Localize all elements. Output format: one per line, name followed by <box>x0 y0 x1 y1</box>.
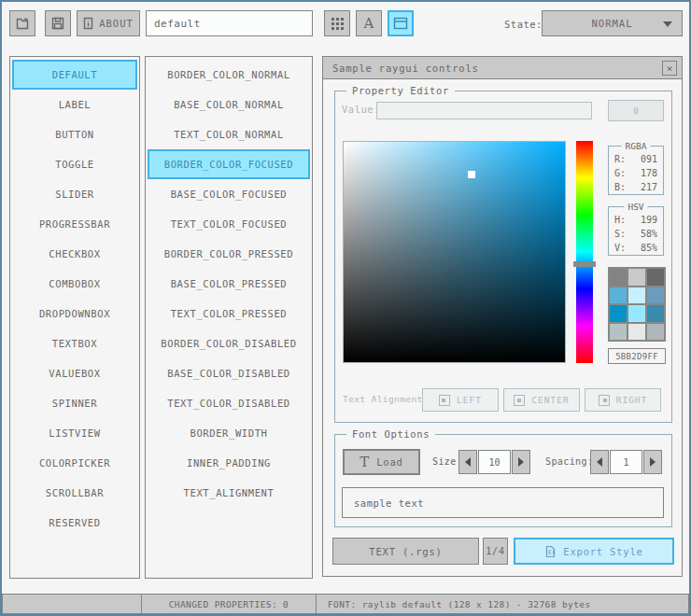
list-item[interactable]: SLIDER <box>12 179 137 209</box>
style-color-swatch[interactable] <box>628 305 645 322</box>
font-info-text: FONT: raylib default (128 x 128) - 32768… <box>328 599 591 609</box>
list-item[interactable]: BASE_COLOR_DISABLED <box>148 358 310 388</box>
value-button[interactable]: 0 <box>608 100 664 121</box>
floppy-disk-icon <box>50 16 65 31</box>
list-item[interactable]: BASE_COLOR_PRESSED <box>148 269 310 299</box>
align-left-button[interactable]: LEFT <box>422 388 499 412</box>
export-format-label: TEXT (.rgs) <box>369 546 442 557</box>
color-picker-cursor[interactable] <box>468 171 475 178</box>
list-item[interactable]: INNER_PADDING <box>148 448 310 478</box>
style-name-input[interactable] <box>146 10 313 36</box>
v-value: 85% <box>641 241 657 255</box>
rgba-title: RGBA <box>622 141 651 151</box>
close-icon: × <box>667 63 673 75</box>
style-color-swatch[interactable] <box>647 269 664 286</box>
list-item[interactable]: TEXT_COLOR_DISABLED <box>148 388 310 418</box>
statusbar-font-info: FONT: raylib default (128 x 128) - 32768… <box>316 594 689 614</box>
statusbar-changed-properties: CHANGED PROPERTIES: 0 <box>141 594 317 614</box>
window-titlebar[interactable]: Sample raygui controls <box>323 57 682 79</box>
style-color-swatch[interactable] <box>628 287 645 304</box>
list-item[interactable]: TEXTBOX <box>12 329 137 358</box>
style-color-swatch[interactable] <box>647 287 664 304</box>
color-picker-square[interactable] <box>343 141 566 363</box>
list-item[interactable]: BASE_COLOR_NORMAL <box>148 90 310 119</box>
save-style-button[interactable] <box>45 10 71 36</box>
list-item[interactable]: BASE_COLOR_FOCUSED <box>148 179 310 209</box>
list-item[interactable]: SCROLLBAR <box>12 478 137 508</box>
rgba-row-b: B: 217 <box>609 180 663 194</box>
style-color-swatch[interactable] <box>610 305 627 322</box>
list-item[interactable]: COMBOBOX <box>12 269 137 299</box>
export-format-button[interactable]: TEXT (.rgs) <box>332 538 479 565</box>
style-color-swatch[interactable] <box>610 269 627 286</box>
window-icon <box>393 17 408 30</box>
b-label: B: <box>614 180 626 194</box>
list-item[interactable]: TEXT_COLOR_PRESSED <box>148 299 310 329</box>
align-center-label: CENTER <box>531 395 569 405</box>
tab-font-atlas[interactable]: A <box>356 10 382 36</box>
spacing-value[interactable]: 1 <box>610 450 642 474</box>
load-font-button[interactable]: T Load <box>343 449 420 475</box>
list-item[interactable]: VALUEBOX <box>12 358 137 388</box>
align-center-button[interactable]: CENTER <box>503 388 580 412</box>
align-right-button[interactable]: RIGHT <box>585 388 661 412</box>
list-item[interactable]: BORDER_COLOR_DISABLED <box>148 329 310 358</box>
spacing-decrement-button[interactable] <box>590 450 609 474</box>
tab-style-table[interactable] <box>324 10 350 36</box>
list-item[interactable]: BUTTON <box>12 119 137 149</box>
load-font-label: Load <box>376 456 403 468</box>
list-item[interactable]: TEXT_COLOR_NORMAL <box>148 119 310 149</box>
property-editor-title: Property Editor <box>346 85 455 96</box>
open-style-button[interactable] <box>9 10 35 36</box>
tab-controls-panel[interactable] <box>388 10 414 36</box>
list-item[interactable]: TOGGLE <box>12 149 137 179</box>
style-color-swatch[interactable] <box>610 287 627 304</box>
style-color-swatch[interactable] <box>628 269 645 286</box>
list-item[interactable]: DEFAULT <box>12 60 137 90</box>
size-increment-button[interactable] <box>512 450 530 474</box>
controls-listview: DEFAULTLABELBUTTONTOGGLESLIDERPROGRESSBA… <box>9 56 140 579</box>
rgba-group: RGBA R: 091 G: 178 B: 217 <box>608 146 664 195</box>
list-item[interactable]: COLORPICKER <box>12 448 137 478</box>
list-item[interactable]: BORDER_COLOR_PRESSED <box>148 239 310 269</box>
list-item[interactable]: DROPDOWNBOX <box>12 299 137 329</box>
list-item[interactable]: SPINNER <box>12 388 137 418</box>
style-color-swatch[interactable] <box>628 324 645 341</box>
size-value[interactable]: 10 <box>478 450 511 474</box>
list-item[interactable]: BORDER_COLOR_NORMAL <box>148 60 310 90</box>
list-item[interactable]: TEXT_ALIGNMENT <box>148 478 310 508</box>
chevron-down-icon <box>663 21 672 27</box>
g-label: G: <box>614 166 626 180</box>
style-color-swatch[interactable] <box>647 305 664 322</box>
list-item[interactable]: RESERVED <box>12 508 137 538</box>
arrow-right-icon <box>650 457 656 467</box>
arrow-right-icon <box>518 457 524 467</box>
hue-slider-handle[interactable] <box>573 261 596 267</box>
list-item[interactable]: LABEL <box>12 90 137 119</box>
style-color-swatch[interactable] <box>647 324 664 341</box>
statusbar-left <box>2 594 142 614</box>
hue-bar[interactable] <box>576 141 593 363</box>
sample-text-box[interactable]: sample text <box>342 487 664 518</box>
list-item[interactable]: LISTVIEW <box>12 418 137 448</box>
hex-color-value[interactable]: 5BB2D9FF <box>608 348 666 364</box>
svg-text:E: E <box>548 549 553 556</box>
about-button[interactable]: ABOUT <box>77 10 140 36</box>
list-item[interactable]: CHECKBOX <box>12 239 137 269</box>
list-item[interactable]: BORDER_COLOR_FOCUSED <box>148 149 310 179</box>
rgba-row-g: G: 178 <box>609 166 663 180</box>
export-style-button[interactable]: E Export Style <box>514 538 674 565</box>
style-color-swatch[interactable] <box>610 324 627 341</box>
r-value: 091 <box>641 152 657 166</box>
size-decrement-button[interactable] <box>458 450 477 474</box>
state-label: State: <box>504 19 543 30</box>
g-value: 178 <box>641 166 657 180</box>
close-button[interactable]: × <box>662 61 677 76</box>
spacing-increment-button[interactable] <box>643 450 662 474</box>
state-dropdown[interactable]: NORMAL <box>542 10 683 36</box>
value-input[interactable] <box>376 102 592 119</box>
format-page-button[interactable]: 1/4 <box>483 538 508 565</box>
list-item[interactable]: BORDER_WIDTH <box>148 418 310 448</box>
list-item[interactable]: TEXT_COLOR_FOCUSED <box>148 209 310 239</box>
list-item[interactable]: PROGRESSBAR <box>12 209 137 239</box>
